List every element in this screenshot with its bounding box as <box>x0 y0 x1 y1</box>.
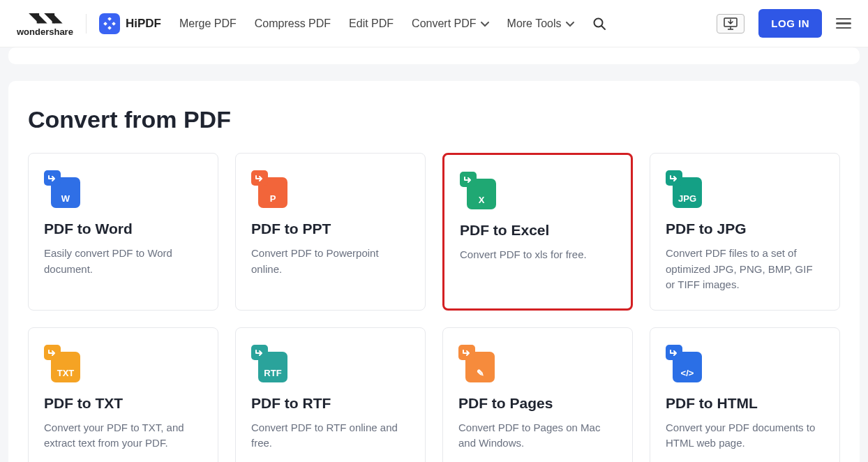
card-title: PDF to Pages <box>458 395 617 412</box>
main-nav: Merge PDF Compress PDF Edit PDF Convert … <box>179 17 606 31</box>
card-title: PDF to HTML <box>666 395 824 412</box>
convert-arrow-icon <box>251 345 268 360</box>
svg-rect-3 <box>107 26 112 30</box>
card-title: PDF to RTF <box>251 395 410 412</box>
chevron-down-icon <box>566 17 574 30</box>
svg-line-5 <box>601 26 605 29</box>
svg-rect-0 <box>107 17 112 21</box>
logo-group: ◥◣◥◣ wondershare HiPDF <box>17 10 161 37</box>
tool-card[interactable]: </>PDF to HTMLConvert your PDF documents… <box>650 327 840 463</box>
svg-rect-2 <box>112 22 116 26</box>
wondershare-text: wondershare <box>17 27 73 37</box>
card-icon: X <box>460 172 496 209</box>
convert-arrow-icon <box>458 345 475 360</box>
convert-from-pdf-section: Convert from PDF WPDF to WordEasily conv… <box>8 81 860 462</box>
tool-card[interactable]: TXTPDF to TXTConvert your PDF to TXT, an… <box>28 327 218 463</box>
hipdf-name: HiPDF <box>126 17 161 31</box>
app-header: ◥◣◥◣ wondershare HiPDF Merge PDF Compres… <box>0 0 868 47</box>
card-title: PDF to PPT <box>251 221 410 237</box>
card-title: PDF to Word <box>44 221 202 237</box>
nav-merge-pdf[interactable]: Merge PDF <box>179 17 237 30</box>
section-title: Convert from PDF <box>28 106 840 133</box>
tool-card[interactable]: WPDF to WordEasily convert PDF to Word d… <box>28 153 218 311</box>
wondershare-logo[interactable]: ◥◣◥◣ wondershare <box>17 10 73 37</box>
wondershare-glyph-icon: ◥◣◥◣ <box>29 10 60 25</box>
svg-rect-1 <box>103 22 107 26</box>
convert-arrow-icon <box>251 170 268 186</box>
tool-card[interactable]: PPDF to PPTConvert PDF to Powerpoint onl… <box>235 153 426 311</box>
nav-more-label: More Tools <box>507 17 562 30</box>
convert-arrow-icon <box>460 172 477 187</box>
card-description: Convert PDF to xls for free. <box>460 247 615 263</box>
login-button[interactable]: LOG IN <box>758 9 822 38</box>
search-icon[interactable] <box>592 17 606 31</box>
tool-card-grid: WPDF to WordEasily convert PDF to Word d… <box>28 153 840 462</box>
header-right: LOG IN <box>717 9 851 38</box>
card-description: Convert PDF to Powerpoint online. <box>251 246 410 277</box>
card-description: Convert your PDF documents to HTML web p… <box>666 420 824 452</box>
card-icon: JPG <box>666 170 702 208</box>
card-description: Convert PDF to Pages on Mac and Windows. <box>458 420 617 452</box>
card-icon: P <box>251 170 287 208</box>
nav-convert-pdf[interactable]: Convert PDF <box>412 17 488 30</box>
card-title: PDF to JPG <box>666 221 824 237</box>
download-desktop-button[interactable] <box>717 14 744 33</box>
convert-arrow-icon <box>44 170 61 186</box>
card-description: Easily convert PDF to Word document. <box>44 246 202 277</box>
convert-arrow-icon <box>666 170 682 186</box>
chevron-down-icon <box>481 17 489 30</box>
nav-edit-pdf[interactable]: Edit PDF <box>349 17 394 30</box>
nav-more-tools[interactable]: More Tools <box>507 17 574 30</box>
card-icon: TXT <box>44 345 80 382</box>
previous-section-edge <box>8 47 860 64</box>
convert-arrow-icon <box>44 345 61 360</box>
download-desktop-icon <box>723 17 738 31</box>
card-icon: ✎ <box>458 345 495 382</box>
tool-card[interactable]: JPGPDF to JPGConvert PDF files to a set … <box>650 153 840 311</box>
convert-arrow-icon <box>666 345 682 360</box>
nav-convert-label: Convert PDF <box>412 17 476 30</box>
card-title: PDF to TXT <box>44 395 202 412</box>
card-icon: </> <box>666 345 702 382</box>
page-content: Convert from PDF WPDF to WordEasily conv… <box>0 47 868 462</box>
nav-compress-pdf[interactable]: Compress PDF <box>255 17 331 30</box>
card-icon: W <box>44 170 80 208</box>
card-description: Convert your PDF to TXT, and extract tex… <box>44 420 202 452</box>
tool-card[interactable]: ✎PDF to PagesConvert PDF to Pages on Mac… <box>442 327 633 463</box>
svg-point-4 <box>594 18 602 27</box>
card-description: Convert PDF files to a set of optimized … <box>666 246 824 293</box>
card-description: Convert PDF to RTF online and free. <box>251 420 410 452</box>
card-title: PDF to Excel <box>460 222 615 239</box>
tool-card[interactable]: XPDF to ExcelConvert PDF to xls for free… <box>442 153 633 311</box>
tool-card[interactable]: RTFPDF to RTFConvert PDF to RTF online a… <box>235 327 426 463</box>
card-icon: RTF <box>251 345 287 382</box>
hamburger-menu-icon[interactable] <box>836 18 851 29</box>
hipdf-logo-icon <box>99 13 120 34</box>
hipdf-brand[interactable]: HiPDF <box>99 13 161 34</box>
divider <box>86 14 87 33</box>
